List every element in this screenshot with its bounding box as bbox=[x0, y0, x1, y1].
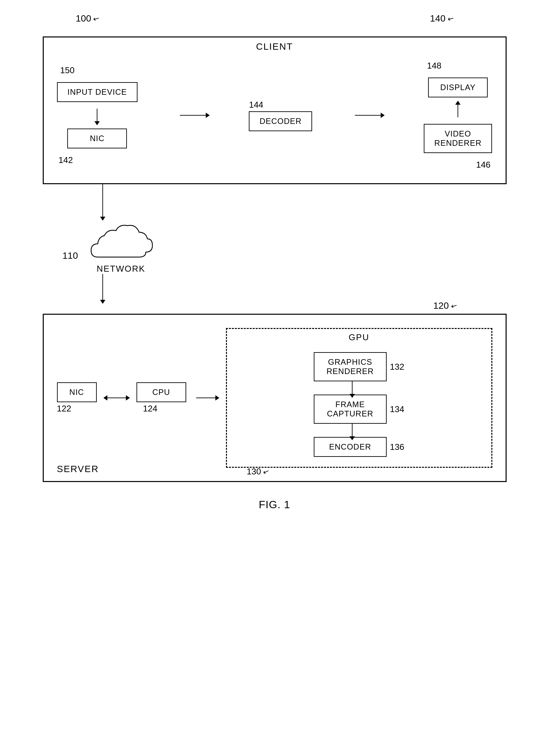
line-network-down bbox=[102, 284, 103, 300]
client-section: CLIENT 150 INPUT DEVICE NIC 142 bbox=[43, 36, 507, 184]
arrow-decoder-to-renderer bbox=[355, 115, 381, 116]
arrow-nic-to-decoder bbox=[180, 115, 206, 116]
arrow-diag-140: ↙ bbox=[446, 13, 455, 24]
client-inner: 150 INPUT DEVICE NIC 142 144 bbox=[57, 61, 492, 170]
line-nic-down bbox=[102, 184, 103, 201]
graphics-renderer-box: GRAPHICSRENDERER bbox=[314, 352, 387, 381]
client-title: CLIENT bbox=[256, 41, 293, 52]
encoder-label: ENCODER bbox=[329, 442, 371, 451]
arrow-input-to-nic bbox=[97, 109, 97, 122]
frame-capturer-row: FRAMECAPTURER 134 bbox=[314, 395, 404, 424]
gpu-box: GPU GRAPHICSRENDERER 132 bbox=[226, 328, 492, 468]
ref-140-top: 140 ↙ bbox=[430, 13, 454, 24]
client-center: 144 DECODER bbox=[249, 100, 312, 131]
line-nic-down2 bbox=[102, 201, 103, 217]
encoder-row: ENCODER 136 bbox=[314, 437, 404, 457]
display-box: DISPLAY bbox=[428, 78, 488, 97]
server-ref-row: 120 ↙ bbox=[43, 300, 507, 311]
ref-100-label: 100 bbox=[76, 13, 91, 24]
arrow-diag-100: ↙ bbox=[91, 13, 101, 24]
video-renderer-box: VIDEORENDERER bbox=[424, 124, 492, 153]
arrow-fc-to-enc bbox=[352, 424, 353, 437]
video-renderer-label: VIDEORENDERER bbox=[434, 129, 482, 147]
server-nic-label: NIC bbox=[69, 388, 84, 397]
ref-136: 136 bbox=[390, 442, 404, 452]
ref-144: 144 bbox=[249, 100, 263, 110]
network-to-server-connector bbox=[43, 274, 507, 300]
server-nic-box: NIC bbox=[57, 382, 97, 402]
ref-130: 130 ↗ bbox=[247, 466, 269, 477]
frame-capturer-label: FRAMECAPTURER bbox=[327, 400, 373, 418]
nic-client-box: NIC bbox=[67, 129, 127, 148]
network-section: 110 NETWORK bbox=[43, 217, 507, 274]
input-device-label: INPUT DEVICE bbox=[68, 87, 127, 96]
ref-140-top-label: 140 bbox=[430, 13, 446, 24]
graphics-renderer-label: GRAPHICSRENDERER bbox=[326, 357, 374, 376]
cpu-col: CPU 124 bbox=[137, 382, 186, 414]
client-left: 150 INPUT DEVICE NIC 142 bbox=[57, 65, 138, 165]
arrow-to-network bbox=[100, 217, 105, 221]
cpu-label: CPU bbox=[152, 388, 170, 397]
network-label: NETWORK bbox=[97, 264, 145, 274]
server-inner: NIC 122 CPU 124 GPU bbox=[57, 328, 492, 468]
server-section: NIC 122 CPU 124 GPU bbox=[43, 314, 507, 482]
nic-client-label: NIC bbox=[90, 134, 104, 143]
server-title: SERVER bbox=[57, 464, 99, 474]
gpu-inner: GRAPHICSRENDERER 132 FRAMECAPTURER bbox=[314, 352, 404, 457]
arrow-cpu-to-gpu bbox=[196, 398, 216, 398]
diagram: 100 ↙ 140 ↙ CLIENT 150 INPUT DEVICE bbox=[43, 13, 507, 511]
ref-110: 110 bbox=[63, 250, 78, 261]
arrow-gr-to-fc bbox=[352, 381, 353, 395]
server-nic-col: NIC 122 bbox=[57, 382, 97, 414]
display-label: DISPLAY bbox=[440, 83, 476, 92]
arrow-to-server bbox=[100, 300, 105, 304]
ref-132: 132 bbox=[390, 362, 404, 372]
nic-to-network-connector bbox=[43, 184, 507, 217]
ref-148: 148 bbox=[427, 61, 441, 71]
ref-124: 124 bbox=[143, 404, 157, 414]
ref-120-label: 120 bbox=[433, 300, 449, 311]
ref-130-label: 130 bbox=[247, 466, 261, 477]
ref-142: 142 bbox=[59, 155, 73, 165]
fig-caption: FIG. 1 bbox=[259, 499, 290, 511]
line-network-up bbox=[102, 274, 103, 284]
input-device-box: INPUT DEVICE bbox=[57, 82, 138, 102]
frame-capturer-box: FRAMECAPTURER bbox=[314, 395, 387, 424]
ref-100: 100 ↙ bbox=[76, 13, 99, 24]
arrow-renderer-to-display bbox=[458, 104, 458, 117]
network-cloud-col: NETWORK bbox=[84, 217, 157, 274]
decoder-box: DECODER bbox=[249, 111, 312, 131]
server-box: NIC 122 CPU 124 GPU bbox=[43, 314, 507, 482]
arrow-diag-130: ↗ bbox=[262, 466, 270, 477]
gpu-title: GPU bbox=[349, 332, 369, 343]
client-box: CLIENT 150 INPUT DEVICE NIC 142 bbox=[43, 36, 507, 184]
ref-150: 150 bbox=[60, 65, 75, 76]
ref-146: 146 bbox=[476, 160, 490, 170]
ref-120: 120 ↙ bbox=[433, 300, 457, 311]
ref-134: 134 bbox=[390, 404, 404, 414]
ref-122: 122 bbox=[57, 404, 71, 414]
decoder-label: DECODER bbox=[259, 117, 302, 126]
client-right: 148 DISPLAY VIDEORENDERER 146 bbox=[424, 61, 492, 170]
network-cloud-svg bbox=[84, 217, 157, 270]
arrow-diag-120: ↙ bbox=[449, 300, 459, 311]
arrow-nic-cpu bbox=[107, 398, 127, 398]
cpu-box: CPU bbox=[137, 382, 186, 402]
graphics-renderer-row: GRAPHICSRENDERER 132 bbox=[314, 352, 404, 381]
